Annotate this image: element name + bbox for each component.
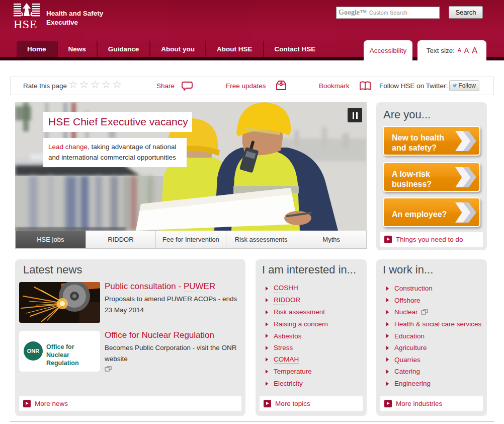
nav-item-news[interactable]: News	[57, 41, 97, 57]
latest-news-title: Latest news	[23, 263, 82, 276]
follow-button-label: Follow	[458, 82, 476, 89]
triangle-bullet-icon	[386, 287, 389, 291]
triangle-bullet-icon	[386, 298, 389, 302]
nav-item-home[interactable]: Home	[17, 41, 57, 57]
search-button[interactable]: Search	[449, 6, 483, 19]
industry-link-health-social-care[interactable]: Health & social care services	[394, 320, 481, 328]
are-you-title: Are you...	[383, 108, 431, 121]
page-toolbar: Rate this page ☆☆☆☆☆ Share Free updates …	[10, 77, 494, 95]
text-size-large[interactable]: A	[472, 46, 477, 55]
open-book-icon[interactable]	[359, 81, 372, 91]
search-input[interactable]: Google™ Custom Search	[336, 7, 440, 19]
share-link[interactable]: Share	[156, 82, 175, 90]
list-item: Engineering	[386, 378, 481, 390]
nav-item-about-you[interactable]: About you	[149, 41, 205, 57]
topic-link-temperature[interactable]: Temperature	[274, 368, 312, 375]
topic-link-comah[interactable]: COMAH	[274, 356, 299, 364]
twitter-bird-icon	[453, 83, 457, 89]
industries-list: Construction Offshore Nuclear Health & s…	[386, 282, 481, 389]
industry-link-nuclear[interactable]: Nuclear	[394, 308, 418, 316]
pause-icon	[353, 112, 354, 119]
text-size-medium[interactable]: A	[464, 47, 469, 54]
list-item: Agriculture	[386, 342, 481, 354]
list-item: Raising a concern	[266, 318, 328, 330]
topic-link-coshh[interactable]: COSHH	[274, 284, 298, 293]
text-size-small[interactable]: A	[458, 48, 461, 53]
more-topics-link[interactable]: More topics	[260, 396, 363, 411]
accessibility-tab[interactable]: Accessibility	[364, 40, 412, 60]
hero-subtitle-highlight: Lead change,	[48, 143, 90, 151]
list-item: RIDDOR	[266, 295, 328, 307]
industry-link-quarries[interactable]: Quarries	[394, 356, 421, 364]
carousel-tab-risk-assessments[interactable]: Risk assessments	[226, 231, 296, 248]
speech-bubble-icon[interactable]	[182, 81, 193, 91]
industry-link-construction[interactable]: Construction	[394, 285, 433, 292]
are-you-panel: Are you... New to health and safety? A l…	[376, 102, 487, 250]
chevron-right-icon	[455, 167, 476, 187]
list-item: Quarries	[386, 354, 481, 366]
news-body-puwer: Proposals to amend PUWER ACOPs - ends 23…	[105, 284, 242, 316]
list-item: Offshore	[386, 295, 481, 307]
twitter-follow-button[interactable]: Follow	[449, 80, 479, 91]
brand-line1: Health and Safety	[46, 9, 103, 18]
star-icon: ☆	[91, 79, 102, 90]
star-icon: ☆	[101, 79, 112, 90]
interested-title: I am interested in...	[262, 263, 356, 276]
triangle-bullet-icon	[386, 382, 389, 386]
topic-link-stress[interactable]: Stress	[274, 344, 293, 351]
list-item: COMAH	[266, 354, 328, 366]
industry-link-catering[interactable]: Catering	[394, 368, 420, 375]
industry-link-engineering[interactable]: Engineering	[394, 380, 431, 387]
svg-text:HSE: HSE	[14, 18, 37, 30]
carousel-tabs: HSE jobs RIDDOR Fee for Intervention Ris…	[15, 231, 367, 249]
triangle-bullet-icon	[386, 334, 389, 338]
rate-this-page-label: Rate this page	[23, 82, 67, 90]
topic-link-riddor[interactable]: RIDDOR	[274, 296, 300, 305]
work-in-panel: I work in... Construction Offshore Nucle…	[376, 259, 487, 416]
chevron-right-icon	[455, 202, 476, 223]
free-updates-link[interactable]: Free updates	[226, 82, 266, 90]
an-employee-button[interactable]: An employee?	[383, 197, 480, 227]
work-in-title: I work in...	[383, 263, 433, 276]
topic-link-asbestos[interactable]: Asbestos	[274, 332, 302, 340]
topic-link-raising-a-concern[interactable]: Raising a concern	[274, 320, 328, 328]
star-rating[interactable]: ☆☆☆☆☆	[68, 79, 123, 91]
industry-link-education[interactable]: Education	[394, 332, 425, 340]
list-item: Catering	[386, 366, 481, 378]
google-logo: Google™	[339, 9, 367, 17]
carousel-tab-riddor[interactable]: RIDDOR	[86, 231, 156, 248]
things-you-need-to-do-link[interactable]: Things you need to do	[380, 232, 483, 247]
twitter-label: Follow HSE on Twitter:	[379, 82, 448, 90]
list-item: Education	[386, 330, 481, 342]
carousel-tab-hse-jobs[interactable]: HSE jobs	[16, 231, 86, 248]
list-item: Risk assessment	[266, 306, 328, 318]
star-icon: ☆	[112, 79, 123, 90]
more-news-link[interactable]: More news	[19, 396, 241, 411]
topic-link-electricity[interactable]: Electricity	[274, 380, 303, 387]
low-risk-business-button[interactable]: A low-risk business?	[383, 162, 480, 192]
new-to-health-safety-button[interactable]: New to health and safety?	[383, 126, 480, 156]
carousel-tab-myths[interactable]: Myths	[296, 231, 366, 248]
triangle-bullet-icon	[386, 322, 389, 326]
hse-logo[interactable]: HSE	[14, 3, 40, 30]
brand-line2: Executive	[46, 18, 103, 27]
list-item: Electricity	[266, 378, 328, 390]
onr-logo[interactable]: ONR Office for Nuclear Regulation	[19, 331, 100, 372]
more-industries-link[interactable]: More industries	[380, 396, 483, 411]
news-image-grinder-sparks[interactable]	[19, 282, 100, 323]
nav-item-about-hse[interactable]: About HSE	[205, 41, 263, 57]
nav-item-guidance[interactable]: Guidance	[97, 41, 150, 57]
industry-link-offshore[interactable]: Offshore	[394, 297, 421, 304]
industry-link-agriculture[interactable]: Agriculture	[394, 344, 427, 351]
topic-link-risk-assessment[interactable]: Risk assessment	[274, 308, 325, 316]
hero-headline[interactable]: HSE Chief Executive vacancy	[43, 112, 192, 132]
play-arrow-icon	[23, 400, 31, 407]
carousel-tab-fee-for-intervention[interactable]: Fee for Intervention	[155, 231, 226, 248]
bookmark-link[interactable]: Bookmark	[319, 82, 350, 90]
nav-item-contact-hse[interactable]: Contact HSE	[263, 41, 326, 57]
topics-list: COSHH RIDDOR Risk assessment Raising a c…	[266, 282, 328, 389]
list-item: Health & social care services	[386, 318, 481, 330]
triangle-bullet-icon	[266, 346, 268, 350]
carousel-pause-button[interactable]	[348, 108, 362, 122]
inbox-updates-icon[interactable]	[274, 80, 288, 91]
